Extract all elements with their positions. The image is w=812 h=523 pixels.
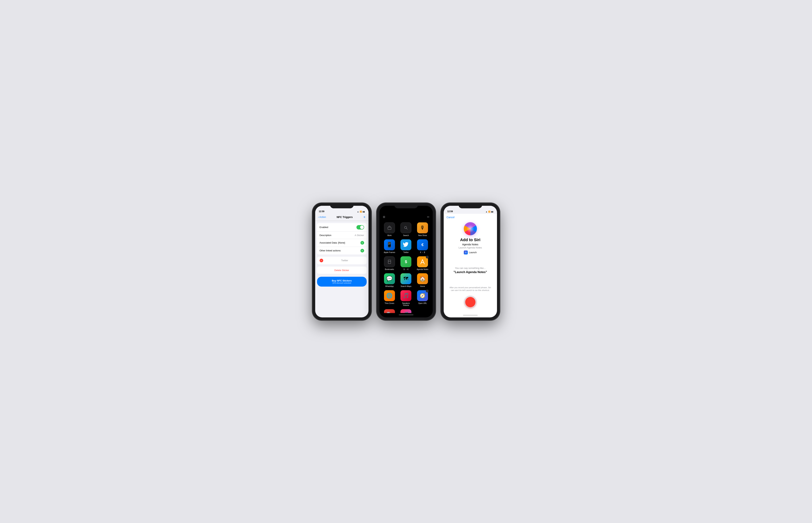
phone-1: 12:59 ▲ 📶 ▮▮ ‹ Action NFC Triggers +: [313, 203, 371, 320]
siri-say-text: You can say something like...: [455, 267, 486, 269]
wifi-icon-3: 📶: [488, 211, 490, 213]
siri-shortcut-name: Launch Agenda Notes: [459, 246, 482, 249]
whatsapp-label: WhatsApp: [385, 285, 394, 287]
phone-2-screen: ⚙ ✏ Work: [379, 206, 433, 318]
shortcut-whatsapp[interactable]: 💬 WhatsApp: [383, 273, 396, 287]
timezones-icon: 🌐: [384, 290, 395, 301]
new-show-icon: 🎙: [417, 222, 428, 233]
shortcut-search-maps[interactable]: 🗺 Search Maps: [399, 273, 413, 287]
shortcut-bookmarks[interactable]: Bookmarks: [383, 256, 396, 270]
shortcut-playlists[interactable]: 🎵 Playlists: [399, 309, 413, 313]
back-label[interactable]: Action: [319, 216, 326, 218]
search-app-icon: [401, 222, 411, 233]
shortcut-apple-frames[interactable]: 📱 Apple Frames: [383, 239, 396, 253]
timezones-label: Time Zones: [385, 302, 394, 304]
shortcut-openurl[interactable]: 🧭 ))) Open URL: [416, 290, 429, 306]
phone-3: 12:59 ▲ 📶 ▮▮ Cancel Add to Siri Agenda N…: [441, 203, 499, 320]
phone-1-screen: 12:59 ▲ 📶 ▮▮ ‹ Action NFC Triggers +: [315, 206, 369, 318]
cancel-button[interactable]: Cancel: [447, 216, 455, 219]
status-icons-1: ▲ 📶 ▮▮: [357, 211, 365, 213]
description-row[interactable]: Description A Sticker: [317, 232, 367, 239]
enabled-toggle[interactable]: [356, 225, 364, 230]
enabled-label: Enabled: [320, 226, 356, 229]
record-button-outer[interactable]: [464, 295, 477, 309]
settings-group-twitter: − Twitter: [317, 257, 367, 264]
pencil-icon[interactable]: ✏: [427, 215, 429, 219]
remove-twitter-button[interactable]: −: [320, 259, 323, 262]
openurl-icon: 🧭 ))): [417, 290, 428, 301]
shortcut-twitter[interactable]: Twitter: [399, 239, 413, 253]
battery-icon-3: ▮▮: [491, 211, 493, 213]
dollar-label: $ → €: [404, 268, 408, 270]
whatsapp-icon: 💬: [384, 273, 395, 284]
linked-actions-label: Other linked actions:: [320, 249, 360, 252]
record-button[interactable]: [465, 297, 475, 307]
shortcut-agenda[interactable]: ))) Agenda Notes: [416, 256, 429, 270]
status-icons-3: ▲ 📶 ▮▮: [486, 211, 493, 213]
siri-launch-text: Launch: [469, 251, 477, 254]
home-bar-3: [463, 315, 478, 315]
buy-button[interactable]: Buy NFC Stickers 10% discount unlocked: [317, 277, 367, 287]
home-icon: 🏠: [417, 273, 428, 284]
dollar-icon: $: [401, 256, 411, 267]
notch-3: [458, 203, 482, 208]
associated-data-add[interactable]: +: [360, 241, 364, 245]
back-button[interactable]: ‹ Action: [318, 216, 326, 218]
signal-icon: ▲: [357, 211, 359, 213]
shortcut-work[interactable]: Work: [383, 222, 396, 236]
gear-icon[interactable]: ⚙: [383, 215, 385, 219]
twitter-label: Twitter: [325, 259, 364, 262]
settings-group-enabled: Enabled Description A Sticker Associated…: [317, 223, 367, 254]
speakers-label: Speakers Volume: [399, 302, 413, 306]
home-bar-2: [399, 314, 413, 315]
home-label: Home: [420, 285, 425, 287]
search-label: Search: [403, 234, 409, 236]
signal-icon-3: ▲: [486, 211, 488, 213]
siri-footer-text: After you record your personalized phras…: [447, 286, 493, 292]
siri-app-name: Agenda Notes: [462, 243, 478, 246]
shortcut-timezones[interactable]: 🌐 Time Zones: [383, 290, 396, 306]
agenda-label: Agenda Notes: [417, 268, 428, 270]
shortcut-home[interactable]: 🏠 Home: [416, 273, 429, 287]
bookmarks-icon: [384, 256, 395, 267]
linked-actions-row[interactable]: Other linked actions: +: [317, 247, 367, 254]
shortcuts-toolbar: ⚙ ✏: [379, 214, 433, 221]
euro-icon: €: [417, 239, 428, 250]
siri-title: Add to Siri: [460, 237, 480, 242]
associated-data-label: Associated Data: [None]: [320, 241, 360, 244]
shortcut-search[interactable]: Search: [399, 222, 413, 236]
svg-line-2: [406, 228, 408, 229]
associated-data-row[interactable]: Associated Data: [None] +: [317, 239, 367, 247]
svg-rect-3: [388, 260, 391, 264]
bookmarks-label: Bookmarks: [385, 268, 394, 270]
buy-title: Buy NFC Stickers: [320, 279, 364, 282]
siri-logo: [464, 222, 477, 235]
siri-nav: Cancel: [444, 214, 497, 220]
linked-actions-add[interactable]: +: [360, 249, 364, 252]
nfc-badge-agenda: ))): [426, 256, 429, 258]
twitter-row: − Twitter: [317, 257, 367, 264]
delete-row[interactable]: Delete Sticker: [317, 267, 367, 274]
time-3: 12:59: [447, 210, 453, 213]
work-icon: [384, 222, 395, 233]
notch-1: [330, 203, 354, 208]
shortcut-euro[interactable]: € € → $: [416, 239, 429, 253]
siri-phrase: "Launch Agenda Notes": [454, 271, 487, 274]
shortcut-speakers[interactable]: 🎵 Speakers Volume: [399, 290, 413, 306]
shortcut-new-show[interactable]: 🎙 New Show: [416, 222, 429, 236]
nfc-badge-openurl: ))): [426, 289, 429, 292]
description-label: Description: [320, 234, 355, 237]
notch-2: [394, 203, 418, 208]
speakers-icon: 🎵: [401, 290, 411, 301]
work-label: Work: [387, 234, 391, 236]
launch-app-icon: A: [464, 251, 468, 254]
maps-icon: 🗺: [401, 273, 411, 284]
delete-label[interactable]: Delete Sticker: [334, 269, 349, 272]
shortcut-dollar[interactable]: $ $ → €: [399, 256, 413, 270]
google-icon: 🔍: [384, 309, 395, 313]
add-button[interactable]: +: [364, 215, 366, 219]
shortcut-google[interactable]: 🔍 Google: [383, 309, 396, 313]
twitter-app-icon: [401, 239, 411, 250]
description-value: A Sticker: [355, 234, 364, 237]
nav-title-1: NFC Triggers: [337, 216, 353, 219]
